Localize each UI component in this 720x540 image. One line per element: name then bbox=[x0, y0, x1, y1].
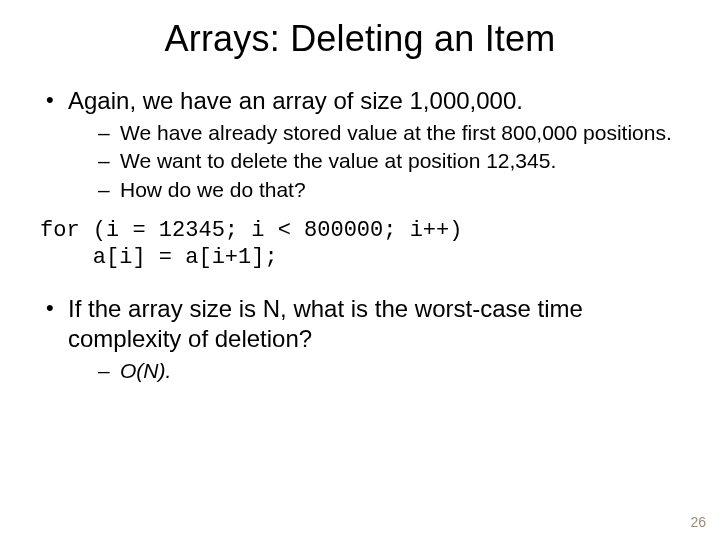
bullet-1: Again, we have an array of size 1,000,00… bbox=[40, 86, 680, 203]
bullet-2-text: If the array size is N, what is the wors… bbox=[68, 295, 583, 352]
bullet-1-3: How do we do that? bbox=[68, 177, 680, 203]
bullet-2: If the array size is N, what is the wors… bbox=[40, 294, 680, 384]
bullet-list: Again, we have an array of size 1,000,00… bbox=[40, 86, 680, 203]
slide: Arrays: Deleting an Item Again, we have … bbox=[0, 0, 720, 540]
bullet-list-2: If the array size is N, what is the wors… bbox=[40, 294, 680, 384]
bullet-1-sublist: We have already stored value at the firs… bbox=[68, 120, 680, 203]
page-number: 26 bbox=[690, 514, 706, 530]
slide-title: Arrays: Deleting an Item bbox=[0, 0, 720, 60]
bullet-1-text: Again, we have an array of size 1,000,00… bbox=[68, 87, 523, 114]
bullet-2-sublist: O(N). bbox=[68, 358, 680, 384]
bullet-1-2: We want to delete the value at position … bbox=[68, 148, 680, 174]
bullet-1-1: We have already stored value at the firs… bbox=[68, 120, 680, 146]
code-line-1: for (i = 12345; i < 800000; i++) bbox=[40, 218, 462, 243]
bullet-2-1: O(N). bbox=[68, 358, 680, 384]
code-line-2: a[i] = a[i+1]; bbox=[40, 245, 278, 270]
code-block: for (i = 12345; i < 800000; i++) a[i] = … bbox=[40, 217, 680, 272]
slide-body: Again, we have an array of size 1,000,00… bbox=[0, 60, 720, 384]
